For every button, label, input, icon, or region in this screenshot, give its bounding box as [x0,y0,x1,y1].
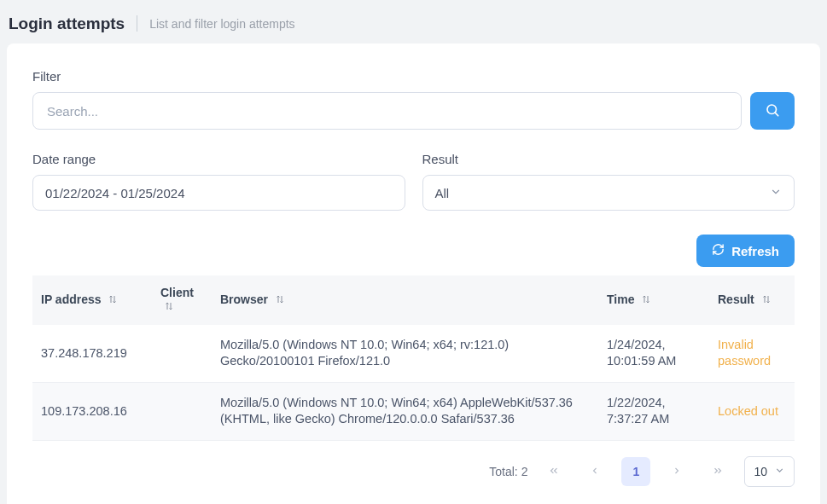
sort-icon [275,293,285,308]
sort-icon [108,293,118,308]
table-row: 109.173.208.16 Mozilla/5.0 (Windows NT 1… [32,382,795,440]
page-title: Login attempts [9,15,137,32]
result-filter-select[interactable]: All [422,175,795,211]
page-subtitle: List and filter login attempts [149,17,294,31]
search-input[interactable] [32,92,742,130]
refresh-button[interactable]: Refresh [696,235,795,267]
paginator-last[interactable] [703,457,732,486]
col-header-time[interactable]: Time [598,275,709,325]
cell-time: 1/22/2024, 7:37:27 AM [598,382,709,440]
cell-ip: 109.173.208.16 [32,382,152,440]
col-header-client-label: Client [160,286,194,299]
angle-left-icon [590,465,600,478]
result-filter-field: Result All [422,152,795,211]
filter-label: Filter [32,69,795,84]
chevron-down-icon [770,186,782,200]
cell-client [152,325,212,383]
result-filter-label: Result [422,152,795,166]
svg-line-1 [775,113,778,116]
sort-icon [641,293,651,308]
angle-double-left-icon [548,465,560,479]
col-header-browser[interactable]: Browser [212,275,598,325]
main-card: Filter Date range 01/22/2024 - 01/25/202… [7,43,820,504]
chevron-down-icon [774,465,785,478]
page-header: Login attempts List and filter login att… [0,0,827,43]
fields-row: Date range 01/22/2024 - 01/25/2024 Resul… [32,152,795,211]
col-header-ip[interactable]: IP address [32,275,152,325]
sort-icon [761,293,772,308]
cell-result: Invalid password [709,325,795,383]
col-header-ip-label: IP address [41,293,102,306]
search-row [32,92,795,130]
search-button[interactable] [750,92,795,130]
col-header-client[interactable]: Client [152,275,212,325]
paginator-total: Total: 2 [489,465,527,478]
cell-result: Locked out [709,382,795,440]
refresh-label: Refresh [731,244,779,258]
cell-client [152,382,212,440]
date-range-input[interactable]: 01/22/2024 - 01/25/2024 [32,175,405,211]
col-header-browser-label: Browser [220,293,268,306]
cell-browser: Mozilla/5.0 (Windows NT 10.0; Win64; x64… [212,325,598,383]
search-icon [765,102,780,120]
angle-double-right-icon [712,465,724,479]
date-range-field: Date range 01/22/2024 - 01/25/2024 [32,152,405,211]
col-header-result-label: Result [718,293,754,306]
table-row: 37.248.178.219 Mozilla/5.0 (Windows NT 1… [32,325,795,383]
cell-time: 1/24/2024, 10:01:59 AM [598,325,709,383]
date-range-label: Date range [32,152,405,166]
table-toolbar: Refresh [32,235,795,267]
login-attempts-table: IP address Client Browser [32,275,795,441]
refresh-icon [712,243,725,258]
paginator-page-current[interactable]: 1 [621,457,650,486]
cell-browser: Mozilla/5.0 (Windows NT 10.0; Win64; x64… [212,382,598,440]
result-filter-value: All [435,186,450,200]
paginator-next[interactable] [662,457,691,486]
page-size-select[interactable]: 10 [744,456,795,487]
page-size-value: 10 [754,465,767,478]
cell-ip: 37.248.178.219 [32,325,152,383]
sort-icon [164,300,174,315]
paginator-prev[interactable] [580,457,609,486]
paginator: Total: 2 1 10 [32,456,795,487]
angle-right-icon [672,465,682,478]
table-header-row: IP address Client Browser [32,275,795,325]
col-header-result[interactable]: Result [709,275,795,325]
col-header-time-label: Time [607,293,634,306]
paginator-first[interactable] [539,457,568,486]
date-range-value: 01/22/2024 - 01/25/2024 [45,186,184,200]
